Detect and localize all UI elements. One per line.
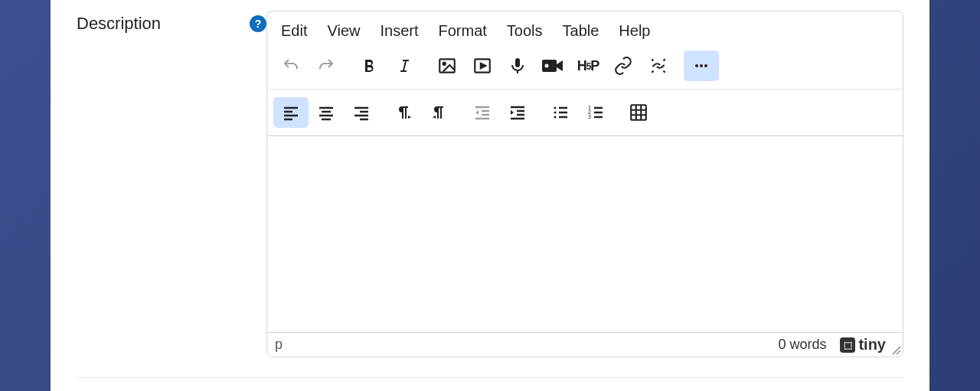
menu-table[interactable]: Table	[554, 18, 609, 44]
more-icon	[692, 57, 710, 75]
italic-icon	[395, 57, 413, 75]
undo-button[interactable]	[273, 51, 309, 81]
redo-icon	[317, 57, 335, 75]
media-icon	[472, 56, 492, 76]
italic-button[interactable]	[387, 51, 422, 81]
bold-icon	[360, 57, 378, 75]
section-divider	[77, 377, 903, 378]
record-audio-button[interactable]	[500, 51, 535, 81]
undo-icon	[282, 57, 300, 75]
svg-point-29	[554, 112, 557, 114]
svg-text:3: 3	[588, 114, 591, 119]
h5p-button[interactable]: H5P	[570, 51, 606, 81]
editor-toolbar-row2: 123	[267, 90, 903, 136]
resize-handle[interactable]	[890, 344, 901, 355]
svg-point-1	[443, 63, 446, 65]
editor-menubar: Edit View Insert Format Tools Table Help	[267, 11, 903, 47]
editor-toolbar-row1: H5P	[267, 47, 903, 90]
numbered-list-icon: 123	[586, 103, 605, 122]
menu-insert[interactable]: Insert	[371, 18, 427, 44]
svg-point-7	[704, 64, 707, 67]
rtl-icon	[430, 103, 449, 122]
ltr-icon	[395, 103, 413, 122]
menu-tools[interactable]: Tools	[498, 18, 552, 44]
link-button[interactable]	[606, 51, 641, 81]
image-button[interactable]	[430, 51, 465, 81]
outdent-icon	[473, 103, 492, 122]
align-left-button[interactable]	[273, 97, 309, 128]
tiny-branding[interactable]: ⬚ tiny	[840, 336, 886, 354]
ltr-button[interactable]	[387, 97, 422, 128]
svg-line-45	[893, 347, 900, 354]
tiny-logo-icon: ⬚	[840, 337, 855, 353]
record-video-button[interactable]	[535, 51, 570, 81]
link-icon	[613, 56, 633, 76]
h5p-icon: H5P	[577, 58, 599, 74]
help-icon[interactable]: ?	[250, 15, 266, 32]
table-grid-icon	[629, 103, 648, 122]
image-icon	[437, 56, 457, 76]
align-center-button[interactable]	[309, 97, 344, 128]
svg-point-6	[700, 64, 703, 67]
outdent-button[interactable]	[465, 97, 500, 128]
field-label-description: Description	[77, 14, 243, 34]
rich-text-editor: Edit View Insert Format Tools Table Help	[266, 11, 903, 357]
unlink-icon	[648, 56, 668, 76]
svg-point-28	[554, 107, 557, 109]
microphone-icon	[508, 57, 527, 75]
indent-icon	[508, 103, 527, 122]
redo-button[interactable]	[309, 51, 344, 81]
svg-rect-40	[631, 105, 646, 120]
menu-format[interactable]: Format	[430, 18, 496, 44]
more-button[interactable]	[684, 51, 719, 81]
tiny-logo-text: tiny	[858, 336, 886, 354]
menu-edit[interactable]: Edit	[272, 18, 316, 44]
editor-statusbar: p 0 words ⬚ tiny	[267, 332, 903, 357]
svg-point-30	[554, 116, 557, 119]
media-button[interactable]	[465, 51, 500, 81]
menu-view[interactable]: View	[318, 18, 369, 44]
unlink-button[interactable]	[641, 51, 676, 81]
numbered-list-button[interactable]: 123	[578, 97, 613, 128]
svg-rect-3	[542, 60, 557, 72]
svg-point-5	[695, 64, 698, 67]
bullet-list-button[interactable]	[543, 97, 578, 128]
svg-line-46	[897, 350, 900, 354]
rtl-button[interactable]	[422, 97, 457, 128]
menu-help[interactable]: Help	[609, 18, 659, 44]
align-right-button[interactable]	[344, 97, 379, 128]
svg-point-4	[545, 64, 549, 68]
equation-button[interactable]	[621, 97, 656, 128]
editor-content-area[interactable]	[267, 136, 903, 332]
indent-button[interactable]	[500, 97, 535, 128]
align-left-icon	[282, 103, 300, 122]
element-path[interactable]: p	[275, 337, 778, 353]
align-right-icon	[352, 103, 371, 122]
svg-rect-0	[439, 59, 455, 72]
bullet-list-icon	[551, 103, 570, 122]
word-count[interactable]: 0 words	[778, 337, 826, 353]
bold-button[interactable]	[351, 51, 387, 81]
video-camera-icon	[542, 57, 564, 74]
align-center-icon	[317, 103, 335, 122]
